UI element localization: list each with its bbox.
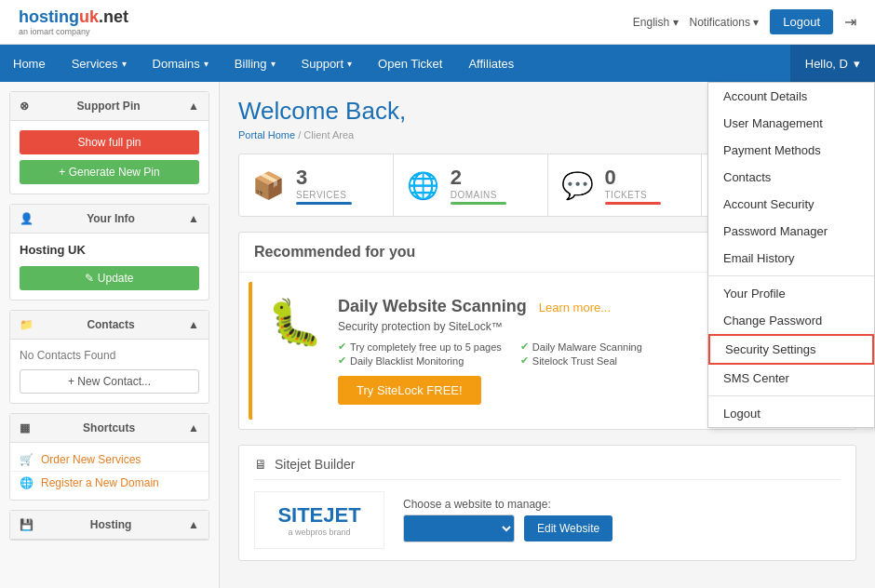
sitelock-cta-button[interactable]: Try SiteLock FREE! — [338, 376, 481, 405]
hosting-section-icon: 💾 — [20, 518, 34, 531]
nav-right: Hello, D ▾ Account Details User Manageme… — [790, 45, 875, 82]
logo-uk: uk — [79, 7, 99, 26]
services-bar — [296, 202, 352, 205]
hosting-header: 💾 Hosting ▲ — [10, 511, 209, 540]
shortcuts-section: ▦ Shortcuts ▲ 🛒 Order New Services 🌐 Reg… — [9, 413, 209, 501]
tickets-label: TICKETS — [605, 190, 661, 200]
support-pin-icon: ⊗ — [20, 100, 29, 113]
nav-affiliates[interactable]: Affiliates — [455, 45, 527, 82]
user-dropdown-menu: Account Details User Management Payment … — [707, 82, 875, 428]
tickets-num: 0 — [605, 166, 661, 190]
dd-password-manager[interactable]: Password Manager — [708, 218, 874, 245]
gen-pin-button[interactable]: + Generate New Pin — [20, 160, 199, 184]
dd-email-history[interactable]: Email History — [708, 245, 874, 272]
top-header: hostinguk.net an iomart company English … — [0, 0, 875, 45]
support-caret: ▾ — [347, 59, 352, 69]
contacts-header: 📁 Contacts ▲ — [10, 311, 209, 340]
sitejet-website-select[interactable] — [403, 514, 515, 542]
sitelock-learn-more[interactable]: Learn more... — [539, 301, 611, 314]
your-info-body: Hosting UK ✎ Update — [10, 234, 209, 300]
shortcuts-title: Shortcuts — [83, 421, 135, 434]
nav-services[interactable]: Services ▾ — [59, 45, 140, 82]
dd-change-password[interactable]: Change Password — [708, 307, 874, 334]
hello-label: Hello, D — [805, 57, 848, 71]
hello-caret: ▾ — [854, 57, 860, 71]
nav-home[interactable]: Home — [0, 45, 59, 82]
check-icon-2: ✔ — [520, 341, 529, 353]
shortcut-register-domain[interactable]: 🌐 Register a New Domain — [10, 472, 209, 494]
notifications-button[interactable]: Notifications ▾ — [690, 16, 760, 29]
dd-payment-methods[interactable]: Payment Methods — [708, 137, 874, 164]
dd-account-details[interactable]: Account Details — [708, 83, 874, 110]
sitejet-body: SITEJET a webpros brand Choose a website… — [254, 491, 841, 549]
services-caret: ▾ — [122, 59, 127, 69]
nav-open-ticket[interactable]: Open Ticket — [365, 45, 455, 82]
edit-website-button[interactable]: Edit Website — [524, 515, 612, 541]
sidebar: ⊗ Support Pin ▲ Show full pin + Generate… — [0, 82, 220, 588]
shortcut-domain-label: Register a New Domain — [41, 476, 159, 489]
contacts-title: Contacts — [87, 318, 134, 331]
dd-divider-1 — [708, 275, 874, 276]
nav-domains[interactable]: Domains ▾ — [140, 45, 222, 82]
exit-icon[interactable]: ⇥ — [844, 13, 856, 31]
contacts-collapse[interactable]: ▲ — [188, 318, 199, 331]
check-icon-4: ✔ — [520, 354, 529, 367]
sitejet-choose-label: Choose a website to manage: — [403, 498, 612, 511]
cart-icon: 🛒 — [20, 453, 34, 466]
dd-logout[interactable]: Logout — [708, 400, 874, 427]
sitelock-content: Daily Website Scanning Learn more... Sec… — [338, 297, 684, 405]
dd-contacts[interactable]: Contacts — [708, 164, 874, 191]
tickets-icon: 💬 — [561, 170, 594, 201]
dd-divider-2 — [708, 395, 874, 396]
sitejet-controls: Edit Website — [403, 514, 612, 542]
domains-label: DOMAINS — [451, 190, 506, 200]
language-button[interactable]: English ▾ — [633, 16, 679, 29]
sitejet-control-area: Choose a website to manage: Edit Website — [403, 498, 612, 542]
show-pin-button[interactable]: Show full pin — [20, 130, 199, 154]
logo-hosting: hosting — [19, 7, 79, 26]
dd-user-management[interactable]: User Management — [708, 110, 874, 137]
tickets-bar — [605, 202, 661, 205]
support-pin-body: Show full pin + Generate New Pin — [10, 121, 209, 194]
contacts-icon: 📁 — [20, 318, 34, 331]
support-pin-header: ⊗ Support Pin ▲ — [10, 92, 209, 121]
shortcut-order-services[interactable]: 🛒 Order New Services — [10, 448, 209, 472]
monitor-icon: 🖥 — [254, 457, 267, 472]
logo-sub: an iomart company — [19, 27, 128, 36]
dd-sms-center[interactable]: SMS Center — [708, 365, 874, 392]
services-label: SERVICES — [296, 190, 352, 200]
your-info-title: Your Info — [87, 212, 135, 225]
your-info-collapse[interactable]: ▲ — [188, 212, 199, 225]
sitelock-title: Daily Website Scanning Learn more... — [338, 297, 684, 316]
hello-dropdown-button[interactable]: Hello, D ▾ — [790, 45, 875, 82]
contacts-body: No Contacts Found + New Contact... — [10, 340, 209, 403]
nav-bar: Home Services ▾ Domains ▾ Billing ▾ Supp… — [0, 45, 875, 82]
dd-security-settings[interactable]: Security Settings — [708, 334, 874, 365]
breadcrumb-home[interactable]: Portal Home — [238, 129, 295, 140]
contacts-section: 📁 Contacts ▲ No Contacts Found + New Con… — [9, 310, 209, 404]
nav-billing[interactable]: Billing ▾ — [222, 45, 289, 82]
new-contact-button[interactable]: + New Contact... — [20, 369, 199, 394]
shortcuts-collapse[interactable]: ▲ — [188, 421, 199, 434]
feature-2: ✔ Daily Malware Scanning — [520, 341, 684, 353]
update-button[interactable]: ✎ Update — [20, 266, 199, 290]
logout-button[interactable]: Logout — [770, 9, 833, 34]
check-icon-3: ✔ — [338, 354, 346, 367]
domains-bar — [451, 202, 506, 205]
dd-account-security[interactable]: Account Security — [708, 191, 874, 218]
dd-your-profile[interactable]: Your Profile — [708, 280, 874, 307]
sitejet-logo: SITEJET a webpros brand — [254, 491, 384, 549]
feature-3: ✔ Daily Blacklist Monitoring — [338, 354, 502, 367]
sitejet-title: Sitejet Builder — [275, 457, 355, 472]
hosting-collapse[interactable]: ▲ — [188, 518, 199, 531]
your-info-section: 👤 Your Info ▲ Hosting UK ✎ Update — [9, 204, 209, 301]
your-info-header: 👤 Your Info ▲ — [10, 205, 209, 234]
feature-1: ✔ Try completely free up to 5 pages — [338, 341, 502, 353]
sitejet-logo-text: SITEJET — [266, 503, 372, 528]
collapse-icon[interactable]: ▲ — [188, 100, 199, 113]
support-pin-title: Support Pin — [77, 100, 141, 113]
sitejet-logo-brand: a webpros brand — [266, 528, 372, 537]
nav-support[interactable]: Support ▾ — [289, 45, 366, 82]
logo-net: .net — [99, 7, 128, 26]
shortcuts-icon: ▦ — [20, 421, 30, 434]
